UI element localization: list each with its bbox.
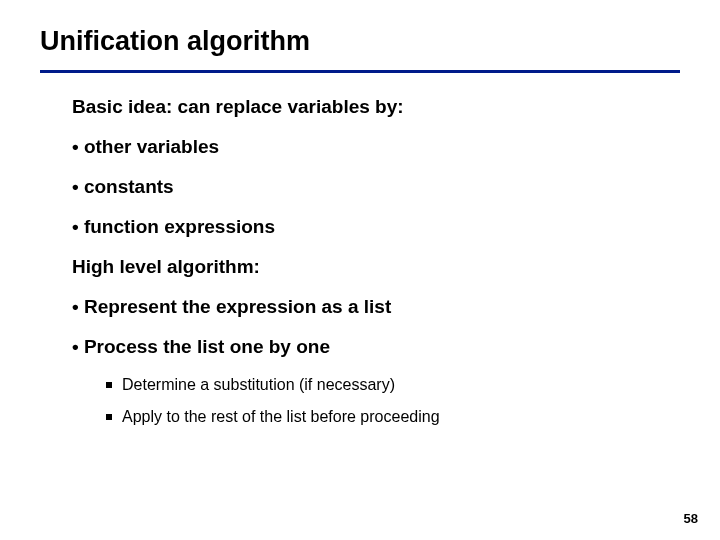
bullet-text: function expressions (84, 216, 275, 237)
subbullet-apply-rest: Apply to the rest of the list before pro… (106, 408, 672, 426)
slide-body: Basic idea: can replace variables by: ot… (72, 96, 672, 440)
page-number: 58 (684, 511, 698, 526)
bullet-text: Represent the expression as a list (84, 296, 391, 317)
subbullet-text: Apply to the rest of the list before pro… (122, 408, 440, 425)
bullet-constants: constants (72, 176, 672, 198)
bullet-text: Process the list one by one (84, 336, 330, 357)
bullet-other-variables: other variables (72, 136, 672, 158)
slide: Unification algorithm Basic idea: can re… (0, 0, 720, 540)
bullet-text: other variables (84, 136, 219, 157)
subbullet-text: Determine a substitution (if necessary) (122, 376, 395, 393)
intro-line: Basic idea: can replace variables by: (72, 96, 672, 118)
square-bullet-icon (106, 382, 112, 388)
high-level-heading: High level algorithm: (72, 256, 672, 278)
bullet-represent-expression: Represent the expression as a list (72, 296, 672, 318)
title-underline (40, 70, 680, 73)
subbullet-determine-substitution: Determine a substitution (if necessary) (106, 376, 672, 394)
square-bullet-icon (106, 414, 112, 420)
bullet-process-list: Process the list one by one (72, 336, 672, 358)
slide-title: Unification algorithm (40, 26, 310, 57)
bullet-function-expressions: function expressions (72, 216, 672, 238)
bullet-text: constants (84, 176, 174, 197)
